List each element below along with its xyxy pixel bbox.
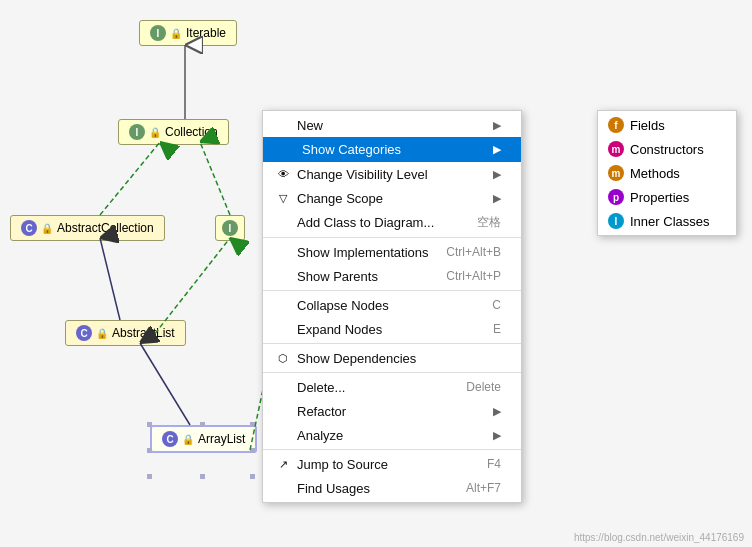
menu-label-show-dependencies: Show Dependencies (297, 351, 416, 366)
new-arrow: ▶ (493, 119, 501, 132)
node-icon-collection: I (129, 124, 145, 140)
show-impl-icon (275, 244, 291, 260)
menu-label-jump-to-source: Jump to Source (297, 457, 388, 472)
add-class-shortcut: 空格 (477, 214, 501, 231)
resize-dot-tr[interactable] (250, 422, 255, 427)
menu-label-collapse-nodes: Collapse Nodes (297, 298, 389, 313)
separator-5 (263, 449, 521, 450)
submenu-label-properties: Properties (630, 190, 689, 205)
submenu-item-inner-classes[interactable]: I Inner Classes (598, 209, 736, 233)
menu-item-collapse-nodes[interactable]: Collapse Nodes C (263, 293, 521, 317)
submenu-item-properties[interactable]: p Properties (598, 185, 736, 209)
node-icon-partial: I (222, 220, 238, 236)
find-usages-shortcut: Alt+F7 (466, 481, 501, 495)
menu-label-find-usages: Find Usages (297, 481, 370, 496)
menu-item-jump-to-source[interactable]: ↗ Jump to Source F4 (263, 452, 521, 476)
show-impl-shortcut: Ctrl+Alt+B (446, 245, 501, 259)
menu-label-analyze: Analyze (297, 428, 343, 443)
node-collection[interactable]: I 🔒 Collection (118, 119, 229, 145)
submenu-item-constructors[interactable]: m Constructors (598, 137, 736, 161)
svg-line-5 (140, 343, 190, 425)
refactor-icon (275, 403, 291, 419)
node-icon-iterable: I (150, 25, 166, 41)
resize-dot-tm[interactable] (200, 422, 205, 427)
expand-shortcut: E (493, 322, 501, 336)
show-cat-icon (275, 142, 291, 158)
lock-icon-abstractcollection: 🔒 (41, 223, 53, 234)
fields-icon: f (608, 117, 624, 133)
new-icon (275, 117, 291, 133)
node-abstractlist[interactable]: C 🔒 AbstractList (65, 320, 186, 346)
menu-item-add-class[interactable]: Add Class to Diagram... 空格 (263, 210, 521, 235)
lock-icon-iterable: 🔒 (170, 28, 182, 39)
analyze-arrow: ▶ (493, 429, 501, 442)
svg-line-3 (100, 238, 120, 320)
change-scope-arrow: ▶ (493, 192, 501, 205)
menu-item-show-parents[interactable]: Show Parents Ctrl+Alt+P (263, 264, 521, 288)
delete-shortcut: Delete (466, 380, 501, 394)
separator-1 (263, 237, 521, 238)
show-categories-arrow: ▶ (493, 143, 501, 156)
submenu-item-methods[interactable]: m Methods (598, 161, 736, 185)
menu-label-change-visibility: Change Visibility Level (297, 167, 428, 182)
separator-3 (263, 343, 521, 344)
node-label-abstractcollection: AbstractCollection (57, 221, 154, 235)
node-icon-abstractlist: C (76, 325, 92, 341)
node-abstractcollection[interactable]: C 🔒 AbstractCollection (10, 215, 165, 241)
resize-dot-ml[interactable] (147, 448, 152, 453)
submenu-label-constructors: Constructors (630, 142, 704, 157)
resize-dot-mr[interactable] (250, 448, 255, 453)
menu-item-show-dependencies[interactable]: ⬡ Show Dependencies (263, 346, 521, 370)
methods-icon: m (608, 165, 624, 181)
menu-label-new: New (297, 118, 323, 133)
resize-dot-bm[interactable] (200, 474, 205, 479)
jump-icon: ↗ (275, 456, 291, 472)
resize-dot-br[interactable] (250, 474, 255, 479)
filter-icon: ▽ (275, 190, 291, 206)
analyze-icon (275, 427, 291, 443)
menu-label-delete: Delete... (297, 380, 345, 395)
menu-item-show-implementations[interactable]: Show Implementations Ctrl+Alt+B (263, 240, 521, 264)
menu-item-new[interactable]: New ▶ (263, 113, 521, 137)
node-arraylist[interactable]: C 🔒 ArrayList (150, 425, 257, 453)
diagram-area: I 🔒 Iterable I 🔒 Collection C 🔒 Abstract… (0, 0, 752, 547)
submenu-item-fields[interactable]: f Fields (598, 113, 736, 137)
node-label-collection: Collection (165, 125, 218, 139)
inner-classes-icon: I (608, 213, 624, 229)
menu-item-analyze[interactable]: Analyze ▶ (263, 423, 521, 447)
lock-icon-abstractlist: 🔒 (96, 328, 108, 339)
lock-icon-collection: 🔒 (149, 127, 161, 138)
menu-label-show-parents: Show Parents (297, 269, 378, 284)
menu-item-change-visibility[interactable]: 👁 Change Visibility Level ▶ (263, 162, 521, 186)
submenu-label-inner-classes: Inner Classes (630, 214, 709, 229)
expand-icon (275, 321, 291, 337)
menu-item-expand-nodes[interactable]: Expand Nodes E (263, 317, 521, 341)
menu-item-refactor[interactable]: Refactor ▶ (263, 399, 521, 423)
menu-label-refactor: Refactor (297, 404, 346, 419)
menu-item-change-scope[interactable]: ▽ Change Scope ▶ (263, 186, 521, 210)
menu-label-expand-nodes: Expand Nodes (297, 322, 382, 337)
resize-dot-tl[interactable] (147, 422, 152, 427)
context-menu: New ▶ Show Categories ▶ 👁 Change Visibil… (262, 110, 522, 503)
lock-icon-arraylist: 🔒 (182, 434, 194, 445)
submenu-label-fields: Fields (630, 118, 665, 133)
jump-shortcut: F4 (487, 457, 501, 471)
separator-2 (263, 290, 521, 291)
menu-item-find-usages[interactable]: Find Usages Alt+F7 (263, 476, 521, 500)
menu-label-change-scope: Change Scope (297, 191, 383, 206)
node-label-abstractlist: AbstractList (112, 326, 175, 340)
delete-icon (275, 379, 291, 395)
collapse-shortcut: C (492, 298, 501, 312)
properties-icon: p (608, 189, 624, 205)
node-partial-right[interactable]: I (215, 215, 245, 241)
node-label-arraylist: ArrayList (198, 432, 245, 446)
resize-dot-bl[interactable] (147, 474, 152, 479)
node-icon-arraylist: C (162, 431, 178, 447)
node-iterable[interactable]: I 🔒 Iterable (139, 20, 237, 46)
menu-item-delete[interactable]: Delete... Delete (263, 375, 521, 399)
share-icon: ⬡ (275, 350, 291, 366)
change-visibility-arrow: ▶ (493, 168, 501, 181)
watermark: https://blog.csdn.net/weixin_44176169 (574, 532, 744, 543)
menu-item-show-categories[interactable]: Show Categories ▶ (263, 137, 521, 162)
constructors-icon: m (608, 141, 624, 157)
